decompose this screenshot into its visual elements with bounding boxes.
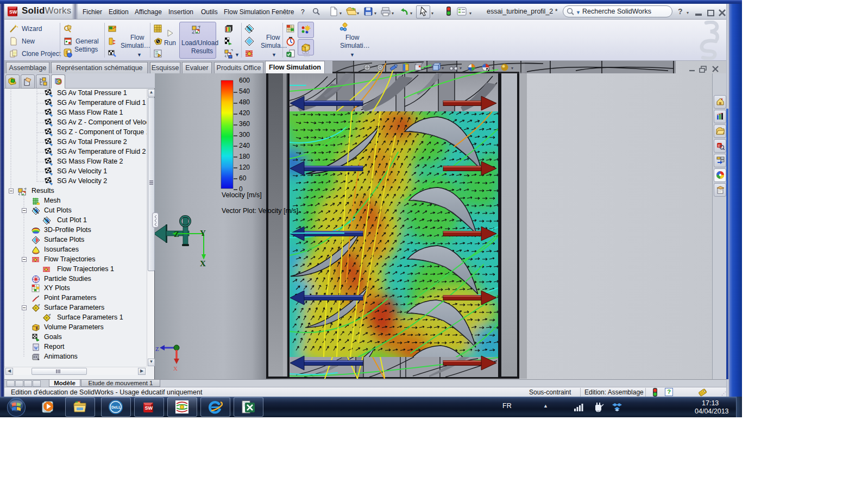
svg-text:Vector Plot: Velocity [m/s]: Vector Plot: Velocity [m/s] [222,207,298,215]
svg-text:120: 120 [239,164,250,171]
svg-text:360: 360 [239,120,250,128]
svg-text:W: W [34,346,39,351]
svg-text:DeLL: DeLL [111,405,121,409]
svg-text:60: 60 [239,174,247,182]
svg-text:540: 540 [239,87,250,95]
svg-text:X: X [173,365,178,372]
svg-text:▾: ▾ [424,66,426,71]
svg-text:▾: ▾ [442,66,444,71]
svg-text:300: 300 [239,131,250,139]
svg-text:▾: ▾ [492,66,494,71]
svg-text:240: 240 [239,142,250,149]
svg-text:180: 180 [239,153,250,160]
svg-text:420: 420 [239,109,250,117]
svg-text:▾: ▾ [460,66,462,71]
svg-text:Y: Y [200,229,206,237]
svg-text:▾: ▾ [511,66,513,71]
svg-text:SW: SW [145,405,153,411]
svg-text:SW: SW [9,9,17,15]
svg-text:Z: Z [155,346,159,352]
svg-text:Velocity [m/s]: Velocity [m/s] [222,191,262,199]
svg-text:480: 480 [239,98,250,106]
svg-text:600: 600 [239,77,250,84]
svg-text:X: X [200,259,206,268]
svg-text:Σ: Σ [36,325,39,330]
svg-text:Z: Z [174,230,179,239]
